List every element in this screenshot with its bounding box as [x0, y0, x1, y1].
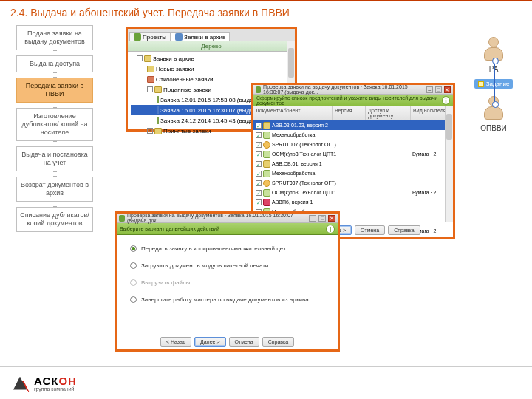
maximize-button[interactable]: □ [318, 215, 326, 222]
help-button[interactable]: Справка [388, 225, 420, 235]
brand-tag: группа компаний [34, 386, 77, 392]
checkbox-icon[interactable]: ✓ [256, 190, 262, 196]
close-button[interactable]: ✕ [328, 215, 335, 222]
wf-step-2[interactable]: Передача заявки в ПВВИ [16, 78, 93, 103]
minimize-button[interactable]: – [309, 215, 316, 222]
row-icon [263, 170, 270, 177]
role-connector [494, 61, 495, 105]
tab-archive[interactable]: Заявки в архив [171, 32, 230, 41]
app-icon [256, 86, 261, 93]
checkbox-icon[interactable]: ✓ [256, 132, 262, 138]
list-row[interactable]: ✓Механообработка [253, 130, 453, 140]
list-row[interactable]: ✓ОСМ(к)пр3 Технолог ЦПТ1Бумага · 2 [253, 188, 453, 197]
task-icon [478, 81, 484, 87]
wf-step-1[interactable]: Выдача доступа [16, 55, 93, 72]
folder-icon [147, 76, 154, 83]
instruction-bar: Сформируйте список предпочтений и укажит… [253, 95, 453, 106]
tree-label: Принятые заявки [163, 128, 211, 134]
list-row[interactable]: ✓АВВП6, версия 1 [253, 197, 453, 207]
col-doc[interactable]: Документ/Абонент [253, 106, 332, 120]
instruction-text: Выберите вариант дальнейших действий [120, 226, 219, 231]
task-label: Задание [486, 81, 510, 87]
ra-label: РА [489, 65, 499, 73]
radio-icon [130, 296, 137, 303]
folder-icon [154, 86, 162, 93]
tab-projects[interactable]: Проекты [129, 32, 171, 41]
tree-label: Поданные заявки [163, 86, 211, 93]
wf-step-6[interactable]: Списание дубликатов/ копий документов [16, 207, 93, 232]
row-icon [263, 141, 270, 149]
list-row[interactable]: ✓ОСМ(к)пр3 Технолог ЦПТ1Бумага · 2 [253, 149, 453, 159]
back-button[interactable]: < Назад [160, 337, 191, 347]
checkbox-icon[interactable]: ✓ [256, 151, 262, 157]
list-row[interactable]: ✓SPRUT007 (Технолог ОГТ) [253, 178, 453, 188]
maximize-button[interactable]: □ [435, 86, 442, 93]
folder-icon [144, 55, 151, 62]
wf-step-4[interactable]: Выдача и постановка на учет [16, 146, 93, 171]
checkbox-icon[interactable]: ✓ [256, 180, 262, 186]
tree-header: Дерево [128, 41, 295, 52]
radio-option: Выгрузить файлы [130, 279, 324, 286]
tree-label: Заявки в архив [153, 55, 194, 62]
tree-root[interactable]: −Заявки в архив [131, 53, 292, 64]
close-button[interactable]: ✕ [444, 86, 451, 93]
expand-icon[interactable]: + [147, 128, 153, 134]
row-icon [263, 199, 270, 206]
collapse-icon[interactable]: − [147, 86, 153, 92]
page-title: 2.4. Выдача и абонентский учет. Передача… [0, 2, 532, 20]
radio-option[interactable]: Передать заявку в копировально-множитель… [130, 245, 324, 252]
row-icon [263, 151, 270, 158]
list-row[interactable]: ✓АВВ.03-01.03, версия 2 [253, 120, 453, 130]
logo-text: АСКОН группа компаний [34, 375, 77, 392]
checkbox-icon[interactable]: ✓ [256, 161, 262, 167]
info-icon[interactable]: i [326, 225, 335, 233]
radio-label: Загрузить документ в модуль пакетной печ… [141, 262, 268, 269]
checkbox-icon[interactable]: ✓ [256, 200, 262, 205]
cancel-button[interactable]: Отмена [355, 225, 385, 235]
row-text: ОСМ(к)пр3 Технолог ЦПТ1 [272, 190, 336, 195]
column-headers: Документ/Абонент Версия Доступ к докумен… [253, 106, 453, 120]
scrollbar[interactable] [445, 106, 453, 222]
wf-step-0[interactable]: Подача заявки на выдачу документов [16, 25, 93, 50]
wf-step-5[interactable]: Возврат документов в архив [16, 177, 93, 202]
folder-icon [154, 128, 162, 134]
row-text: Механообработка [272, 171, 315, 176]
list-row[interactable]: ✓Механообработка [253, 168, 453, 178]
logo-icon [10, 374, 30, 393]
radio-options: Передать заявку в копировально-множитель… [117, 235, 338, 313]
row-icon [263, 122, 270, 129]
row-icon [263, 180, 270, 187]
right-panel: РА Задание ОПВВИ [467, 37, 520, 132]
radio-option[interactable]: Завершить работу мастера по выдаче докум… [130, 296, 324, 303]
cancel-button[interactable]: Отмена [229, 337, 259, 347]
brand-red: ОН [58, 375, 77, 387]
next-button[interactable]: Далее > [194, 337, 226, 347]
col-access[interactable]: Доступ к документу [366, 106, 411, 120]
instruction-bar: Выберите вариант дальнейших действий i [117, 223, 338, 235]
checkbox-icon[interactable]: ✓ [256, 123, 262, 129]
col-version[interactable]: Версия [332, 106, 366, 120]
tree-new[interactable]: Новые заявки [131, 64, 292, 74]
list-row[interactable]: ✓SPRUT007 (Технолог ОГТ) [253, 140, 453, 149]
win3-titlebar: Проверка заявки на выдачу документов · З… [117, 214, 338, 223]
help-button[interactable]: Справка [262, 337, 294, 347]
row-text: АВВП6, версия 1 [272, 200, 313, 205]
row-text: АВВ.СБ.01, версия 1 [272, 161, 322, 166]
projects-icon [134, 33, 141, 41]
collapse-icon[interactable]: − [137, 55, 143, 61]
checkbox-icon[interactable]: ✓ [256, 142, 262, 148]
info-icon[interactable]: i [442, 96, 450, 105]
minimize-button[interactable]: – [426, 86, 433, 93]
row-text: ОСМ(к)пр3 Технолог ЦПТ1 [272, 151, 336, 157]
list-row[interactable]: ✓АВВ.СБ.01, версия 1 [253, 159, 453, 168]
radio-label: Завершить работу мастера по выдаче докум… [141, 296, 309, 303]
radio-option[interactable]: Загрузить документ в модуль пакетной печ… [130, 262, 324, 269]
tree-label: Отклоненные заявки [156, 76, 213, 83]
checkbox-icon[interactable]: ✓ [256, 171, 262, 177]
radio-label: Выгрузить файлы [141, 279, 190, 286]
row-text: SPRUT007 (Технолог ОГТ) [272, 180, 336, 185]
row-text: АВВ.03-01.03, версия 2 [272, 123, 328, 128]
wf-step-3[interactable]: Изготовление дубликатов/ копий на носите… [16, 108, 93, 141]
doc-icon [157, 117, 159, 124]
task-badge[interactable]: Задание [474, 79, 514, 89]
